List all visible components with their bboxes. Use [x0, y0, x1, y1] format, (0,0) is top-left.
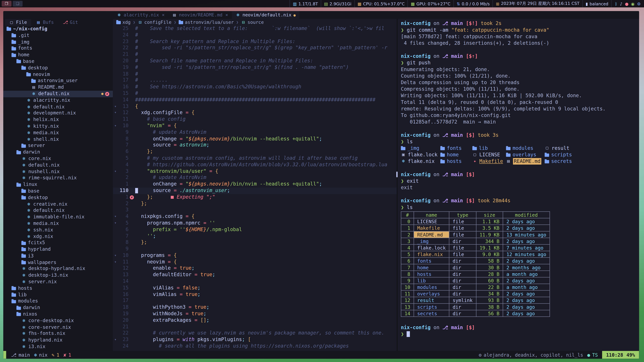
tree-item[interactable]: ❄default.nix	[3, 104, 113, 110]
tree-item[interactable]: ❄nushell.nix	[3, 168, 113, 175]
buffer-tab[interactable]: ❄neovim/default.nix●	[232, 11, 299, 19]
tree-item[interactable]: ❄i3.nix	[3, 344, 113, 350]
tree-item[interactable]: i3	[3, 253, 113, 259]
buffer-tab[interactable]: ❄alacritty.nix×	[113, 11, 168, 19]
breadcrumb-item[interactable]: xdg	[116, 19, 130, 25]
editor-line[interactable]: 15 viAlias = false;	[113, 285, 397, 291]
fold-icon[interactable]: ▾	[113, 168, 118, 175]
editor-line[interactable]: 25# Save the selected text to a file: `:…	[113, 25, 397, 32]
volume-icon[interactable]: ♪	[620, 1, 622, 6]
fold-icon[interactable]: ▾	[113, 103, 118, 110]
editor-line[interactable]: 3	[113, 207, 397, 214]
tree-item[interactable]: hosts	[3, 285, 113, 292]
tree-item[interactable]: neovim	[3, 71, 113, 78]
fold-icon[interactable]: ▾	[113, 123, 118, 129]
fold-icon[interactable]: ▾	[113, 252, 118, 259]
editor-line[interactable]: 1✘ }; ■ Expecting ";"	[113, 194, 397, 201]
tree-item[interactable]: ❄immutable-file.nix	[3, 214, 113, 220]
tree-item[interactable]: .git	[3, 32, 113, 39]
buffer-tab[interactable]: ▤neovim/README.md×	[168, 11, 232, 19]
browser-workspace[interactable]: ❏	[13, 1, 23, 6]
editor-line[interactable]: 23# Search key pattern and Replace in Mu…	[113, 38, 397, 45]
tree-item[interactable]: hyprland	[3, 246, 113, 253]
tree-item[interactable]: ❄core.nix	[3, 156, 113, 162]
editor-line[interactable]: 7 source = astronvim;	[113, 142, 397, 149]
editor-line[interactable]: 11 # base config	[113, 116, 397, 123]
tree-item[interactable]: astronvim_user	[3, 78, 113, 84]
tree-item[interactable]: ❄media.nix	[3, 220, 113, 227]
editor-line[interactable]: 21	[113, 324, 397, 330]
terminal-workspace[interactable]: ❐	[2, 1, 12, 6]
editor-line[interactable]: ▾23 plugins = with pkgs.vimPlugins; [	[113, 337, 397, 343]
tree-item[interactable]: _img	[3, 39, 113, 45]
editor-line[interactable]: 19# sed -ri "s/pattern_str/replace_str/g…	[113, 64, 397, 71]
editor-line[interactable]: 24 # search all the plugins using https:…	[113, 343, 397, 350]
screenshot-icon[interactable]: ◉	[631, 1, 634, 6]
tree-item[interactable]: ❄helix.nix	[3, 117, 113, 123]
tree-item[interactable]: linux	[3, 182, 113, 188]
tree-item[interactable]: ❄rime-squirrel.nix	[3, 175, 113, 182]
editor-buffer[interactable]: 25# Save the selected text to a file: `:…	[113, 25, 397, 351]
editor-line[interactable]: 21#	[113, 51, 397, 58]
explorer-tab-file[interactable]: ▢File	[5, 19, 31, 26]
tree-item[interactable]: fcitx5	[3, 240, 113, 246]
terminal-panel[interactable]: nix-config on ⎇ main [$!] took 2s❯ git c…	[398, 19, 639, 351]
editor-line[interactable]: 19 withNodeJs = true;	[113, 311, 397, 317]
editor-line[interactable]: 5 # my cusotom astronvim config, astronv…	[113, 155, 397, 162]
tree-item[interactable]: lib	[3, 292, 113, 298]
editor-line[interactable]: 2 };	[113, 200, 397, 207]
tree-item[interactable]: ❄ssh.nix	[3, 227, 113, 233]
editor-line[interactable]: 6 };	[113, 149, 397, 155]
editor-line[interactable]: ▾11 neovim = {	[113, 259, 397, 266]
editor-line[interactable]: 22# sed -ri "s/pattern_str/replace_str/g…	[113, 45, 397, 51]
tree-root[interactable]: ~/nix-config	[3, 26, 113, 32]
tree-item[interactable]: ❄desktop-hyprland.nix	[3, 266, 113, 272]
git-branch-segment[interactable]: ⎇ main	[11, 352, 30, 358]
tree-item[interactable]: ▤README.md	[3, 84, 113, 91]
tree-item[interactable]: ❄server.nix	[3, 279, 113, 285]
editor-line[interactable]: 8 onChange = "${pkgs.neovim}/bin/nvim --…	[113, 136, 397, 142]
editor-line[interactable]: 20 extraPackages = [];	[113, 317, 397, 324]
bluetooth-icon[interactable]: ᛒ	[615, 1, 618, 6]
editor-line[interactable]: 15#	[113, 90, 397, 97]
editor-line[interactable]: 2 # update AstroNvim	[113, 175, 397, 181]
editor-line[interactable]: 1 onChange = "${pkgs.neovim}/bin/nvim --…	[113, 181, 397, 188]
editor-line[interactable]: ▾4 nixpkgs.config = {	[113, 214, 397, 220]
editor-line[interactable]: 4 # https://github.com/AstroNvim/AstroNv…	[113, 162, 397, 168]
fold-icon[interactable]: ▾	[113, 220, 118, 226]
tree-item[interactable]: desktop	[3, 194, 113, 201]
editor-line[interactable]: ▾10 "nvim" = {	[113, 123, 397, 129]
editor-line[interactable]: 16 vimAlias = true;	[113, 291, 397, 298]
diagnostics-segment[interactable]: ✘ 1	[64, 352, 71, 358]
tree-item[interactable]: ❄fhs-fonts.nix	[3, 331, 113, 337]
breadcrumb-item[interactable]: ⊡configFile	[138, 19, 172, 25]
breadcrumb-item[interactable]: ⊟source	[241, 19, 264, 25]
tree-item[interactable]: home	[3, 52, 113, 58]
editor-line[interactable]: 14	[113, 278, 397, 285]
editor-line[interactable]: 24#	[113, 32, 397, 38]
editor-line[interactable]: 17# ......	[113, 77, 397, 84]
fold-icon[interactable]: ▾	[113, 259, 118, 266]
tree-item[interactable]: ❄desktop-i3.nix	[3, 272, 113, 279]
editor-line[interactable]: ▾3 "astronvim/lua/user" = {	[113, 168, 397, 175]
fold-icon[interactable]: ▾	[113, 337, 118, 343]
editor-line[interactable]: ▾12 xdg.configFile = {	[113, 110, 397, 116]
tree-item[interactable]: ❄xdg.nix	[3, 233, 113, 240]
settings-icon[interactable]: ⚙	[637, 1, 641, 6]
editor-line[interactable]: 18 withPython3 = true;	[113, 304, 397, 311]
tree-item[interactable]: wallpapers	[3, 259, 113, 266]
fold-icon[interactable]: ▾	[113, 214, 118, 220]
tree-item[interactable]: ❄alacritty.nix	[3, 97, 113, 104]
tree-item[interactable]: desktop	[3, 65, 113, 71]
editor-line[interactable]: 22 # currently we use lazy.nvim as neovi…	[113, 330, 397, 337]
editor-line[interactable]: ▾10 programs = {	[113, 252, 397, 259]
tree-item[interactable]: ❄kitty.nix	[3, 123, 113, 130]
tree-item[interactable]: server	[3, 143, 113, 149]
tree-item[interactable]: modules	[3, 298, 113, 305]
tree-item[interactable]: ❄shell.nix	[3, 136, 113, 143]
editor-line[interactable]: ▾13{	[113, 103, 397, 110]
tree-item[interactable]: ❄creative.nix	[3, 201, 113, 207]
tree-item[interactable]: ❄core-desktop.nix	[3, 318, 113, 324]
editor-line[interactable]: 9	[113, 246, 397, 252]
editor-line[interactable]: 6 prefix = ''${HOME}/.npm-global	[113, 226, 397, 233]
